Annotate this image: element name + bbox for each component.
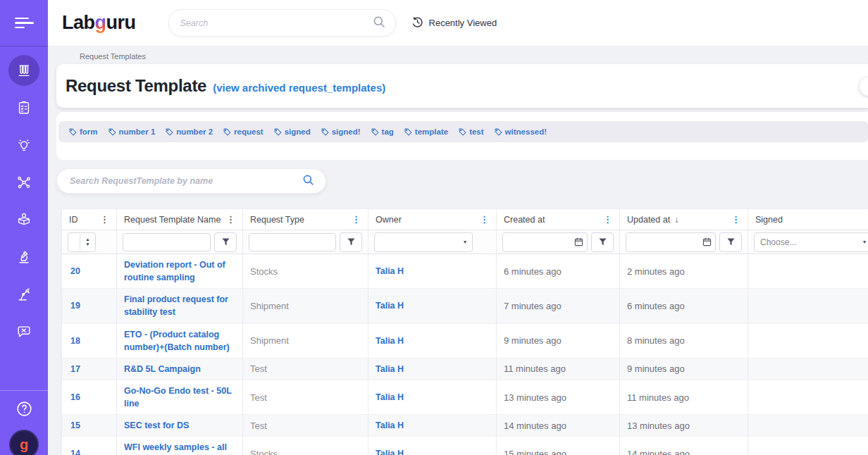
updated-filter-button[interactable] (719, 232, 742, 252)
owner-link[interactable]: Talia H (376, 265, 404, 278)
id-link[interactable]: 16 (70, 391, 80, 404)
column-menu-icon[interactable] (99, 215, 111, 224)
tag-chip[interactable]: form (69, 127, 98, 136)
owner-link[interactable]: Talia H (376, 419, 404, 432)
menu-toggle-button[interactable] (0, 0, 48, 46)
table-row[interactable]: 15 SEC test for DS Test Talia H 14 minut… (62, 415, 868, 437)
spin-down-icon[interactable] (85, 242, 89, 247)
created-filter-button[interactable] (591, 232, 614, 252)
column-label[interactable]: Created at (504, 215, 602, 225)
cell-owner: Talia H (368, 359, 497, 380)
table-row[interactable]: 18 ETO - (Product catalog number)+(Batch… (62, 324, 868, 359)
created-date-input[interactable] (502, 232, 588, 252)
cell-updated-at: 9 minutes ago (620, 359, 748, 380)
owner-link[interactable]: Talia H (376, 447, 404, 455)
sidebar-item-molecules[interactable] (8, 167, 39, 198)
column-label[interactable]: ID (69, 215, 99, 225)
global-search-input[interactable] (179, 18, 373, 29)
tag-chip[interactable]: template (404, 127, 448, 136)
signed-filter-dropdown[interactable]: Choose... (754, 232, 868, 252)
column-menu-icon[interactable] (730, 215, 742, 224)
cell-signed (748, 324, 868, 359)
cell-owner: Talia H (368, 380, 497, 415)
column-menu-icon[interactable] (225, 215, 237, 224)
id-filter-spinner[interactable] (68, 232, 96, 252)
sidebar-item-equipment[interactable] (8, 242, 39, 273)
owner-link[interactable]: Talia H (376, 363, 404, 375)
sidebar-item-ideas[interactable] (8, 130, 39, 161)
box-location-icon (16, 212, 32, 228)
id-link[interactable]: 17 (70, 363, 80, 375)
search-icon[interactable] (302, 174, 314, 189)
search-icon[interactable] (373, 15, 385, 31)
cell-id: 20 (62, 254, 117, 289)
id-link[interactable]: 14 (70, 447, 80, 455)
owner-link[interactable]: Talia H (376, 299, 404, 312)
help-button[interactable] (16, 400, 33, 420)
breadcrumb[interactable]: Request Templates (48, 46, 868, 61)
filter-cell-updated (620, 230, 748, 254)
id-link[interactable]: 20 (70, 265, 80, 278)
tag-chip[interactable]: number 1 (108, 127, 156, 136)
id-link[interactable]: 15 (70, 419, 80, 432)
sidebar-item-automation[interactable] (8, 279, 39, 310)
template-name-link[interactable]: R&D 5L Campaign (124, 363, 201, 375)
column-menu-icon[interactable] (478, 215, 490, 224)
column-label[interactable]: Request Template Name (124, 215, 225, 225)
column-label[interactable]: Updated at (627, 215, 670, 225)
owner-filter-dropdown[interactable] (374, 232, 473, 252)
cell-created-at: 9 minutes ago (497, 324, 620, 359)
tag-label: request (234, 127, 264, 136)
column-label[interactable]: Request Type (250, 215, 350, 225)
type-filter-button[interactable] (340, 232, 362, 252)
template-name-link[interactable]: SEC test for DS (124, 419, 189, 432)
name-filter-button[interactable] (214, 232, 237, 252)
page-header-card: Request Template (view archived request_… (56, 64, 868, 108)
sidebar-item-inventory[interactable] (8, 204, 39, 235)
template-name-link[interactable]: WFI weekly samples - all units (124, 441, 235, 455)
tag-chip[interactable]: number 2 (166, 127, 213, 136)
template-name-link[interactable]: ETO - (Product catalog number)+(Batch nu… (124, 328, 235, 354)
tag-chip[interactable]: signed! (321, 127, 361, 136)
cell-created-at: 7 minutes ago (497, 289, 620, 323)
type-filter-input[interactable] (249, 233, 336, 251)
tag-icon (108, 128, 116, 136)
id-link[interactable]: 19 (70, 299, 80, 312)
id-link[interactable]: 18 (70, 335, 80, 347)
table-row[interactable]: 20 Deviation report - Out of routine sam… (62, 254, 868, 289)
table-row[interactable]: 19 Final product request for stability t… (62, 289, 868, 323)
sidebar-item-support[interactable] (8, 316, 39, 347)
tag-chip[interactable]: tag (371, 127, 394, 136)
tag-icon (321, 128, 329, 136)
name-filter-input[interactable] (123, 233, 211, 251)
column-menu-icon[interactable] (350, 215, 362, 224)
table-row[interactable]: 17 R&D 5L Campaign Test Talia H 11 minut… (62, 359, 868, 380)
column-menu-icon[interactable] (602, 215, 614, 224)
owner-link[interactable]: Talia H (376, 335, 404, 347)
floating-action-button[interactable] (860, 77, 868, 96)
app-window: g Labguru Recently Viewed Request Templa… (0, 0, 868, 455)
column-label[interactable]: Signed (755, 215, 862, 225)
template-name-link[interactable]: Go-No-Go Endo test - 50L line (124, 385, 235, 410)
table-row[interactable]: 14 WFI weekly samples - all units Stocks… (62, 437, 868, 455)
tag-chip[interactable]: test (459, 127, 483, 136)
column-label[interactable]: Owner (376, 215, 478, 225)
view-archived-link[interactable]: (view archived request_templates) (213, 82, 385, 94)
updated-date-input[interactable] (626, 232, 716, 252)
owner-link[interactable]: Talia H (376, 391, 404, 404)
table-row[interactable]: 16 Go-No-Go Endo test - 50L line Test Ta… (62, 380, 868, 415)
funnel-icon (726, 237, 736, 247)
labguru-avatar[interactable]: g (9, 430, 39, 455)
molecule-icon (16, 175, 32, 190)
tag-chip[interactable]: request (223, 127, 264, 136)
recently-viewed-button[interactable]: Recently Viewed (411, 16, 497, 30)
labguru-logo[interactable]: Labguru (62, 12, 136, 34)
cell-signed (748, 359, 868, 380)
template-name-link[interactable]: Deviation report - Out of routine sampli… (124, 258, 235, 284)
template-name-link[interactable]: Final product request for stability test (124, 293, 235, 318)
list-search-input[interactable] (68, 175, 302, 187)
tag-chip[interactable]: witnessed! (495, 127, 547, 136)
sidebar-item-protocols[interactable] (8, 92, 39, 123)
tag-chip[interactable]: signed (274, 127, 311, 136)
sidebar-item-samples[interactable] (8, 55, 39, 86)
